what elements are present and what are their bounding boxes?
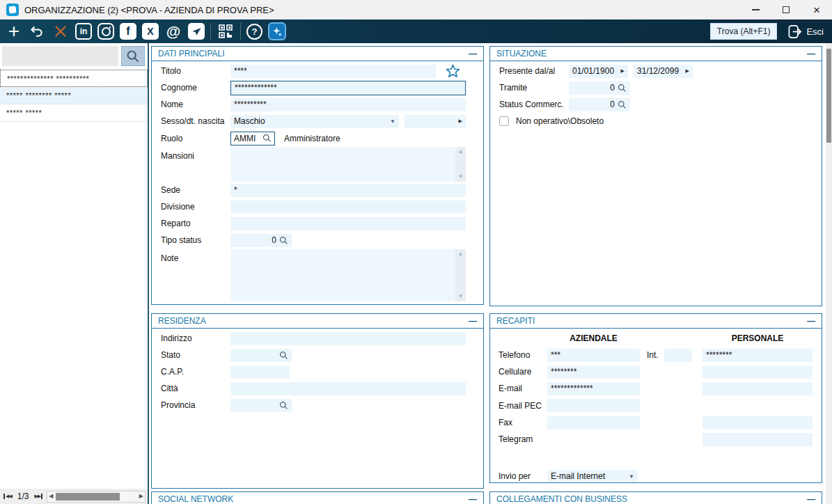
close-button[interactable]: × bbox=[801, 0, 832, 19]
stato-lookup-input[interactable] bbox=[230, 349, 292, 362]
x-social-icon[interactable]: X bbox=[142, 23, 159, 40]
record-list: ************** ********** ***** ********… bbox=[0, 70, 148, 122]
divisione-input[interactable] bbox=[230, 200, 466, 214]
lookup-search-icon[interactable] bbox=[279, 351, 288, 360]
main-vscrollbar[interactable] bbox=[826, 43, 832, 504]
sesso-dropdown[interactable]: Maschio ▼ bbox=[230, 115, 399, 128]
nome-input[interactable] bbox=[230, 98, 466, 111]
instagram-icon[interactable] bbox=[97, 23, 114, 40]
non-operativo-checkbox[interactable] bbox=[499, 116, 509, 126]
field-label: Fax bbox=[499, 418, 547, 427]
fax-personale-input[interactable] bbox=[703, 416, 813, 430]
collapse-panel-button[interactable]: — bbox=[807, 49, 815, 58]
tramite-lookup-input[interactable]: 0 bbox=[569, 81, 630, 95]
search-icon bbox=[126, 49, 140, 63]
telefono-personale-input[interactable] bbox=[703, 349, 813, 362]
presente-dal-date-input[interactable]: 01/01/1900 ▶ bbox=[569, 65, 628, 78]
panel-title: COLLEGAMENTI CON BUSINESS bbox=[496, 494, 627, 504]
note-textarea[interactable]: ▲ ▼ bbox=[230, 249, 466, 301]
textarea-scrollbar[interactable]: ▲ ▼ bbox=[455, 249, 466, 301]
collapse-panel-button[interactable]: — bbox=[469, 49, 477, 58]
collapse-panel-button[interactable]: — bbox=[807, 317, 815, 325]
collapse-panel-button[interactable]: — bbox=[807, 495, 815, 503]
scroll-up-icon[interactable]: ▲ bbox=[458, 149, 464, 155]
field-label: Presente dal/al bbox=[499, 66, 569, 76]
sidebar-search-input[interactable] bbox=[2, 46, 118, 66]
fax-aziendale-input[interactable] bbox=[547, 416, 640, 430]
field-label: Mansioni bbox=[161, 147, 230, 161]
undo-button[interactable] bbox=[28, 22, 46, 40]
citta-input[interactable] bbox=[230, 382, 466, 395]
cognome-input[interactable] bbox=[230, 81, 466, 95]
new-record-button[interactable]: + bbox=[6, 22, 22, 40]
trova-button[interactable]: Trova (Alt+F1) bbox=[710, 23, 778, 40]
list-item[interactable]: ************** ********** bbox=[0, 70, 148, 87]
lookup-search-icon[interactable] bbox=[618, 84, 627, 93]
undo-icon bbox=[29, 23, 45, 40]
textarea-scrollbar[interactable]: ▲ ▼ bbox=[455, 147, 466, 182]
lookup-search-icon[interactable] bbox=[262, 134, 272, 143]
provincia-lookup-input[interactable] bbox=[230, 399, 292, 412]
minimize-button[interactable] bbox=[740, 0, 771, 19]
date-picker-arrow-icon[interactable]: ▶ bbox=[459, 118, 462, 124]
last-page-button[interactable]: ▶▶ bbox=[33, 492, 44, 501]
ai-assistant-button[interactable] bbox=[268, 22, 286, 40]
email-pec-input[interactable] bbox=[547, 399, 640, 412]
esci-button[interactable]: Esci bbox=[787, 24, 824, 40]
scroll-down-icon[interactable]: ▼ bbox=[458, 294, 464, 299]
maximize-button[interactable] bbox=[771, 0, 801, 19]
qr-code-button[interactable] bbox=[217, 22, 235, 40]
field-label: Cellulare bbox=[499, 367, 547, 377]
list-item[interactable]: ***** ******** ***** bbox=[0, 87, 148, 104]
lookup-search-icon[interactable] bbox=[279, 401, 288, 410]
collapse-panel-button[interactable]: — bbox=[469, 495, 477, 503]
email-personale-input[interactable] bbox=[703, 382, 813, 395]
vscrollbar-thumb[interactable] bbox=[826, 49, 831, 143]
email-at-icon[interactable]: @ bbox=[164, 23, 182, 40]
lookup-search-icon[interactable] bbox=[279, 236, 288, 245]
email-aziendale-input[interactable] bbox=[547, 382, 640, 395]
status-commerc-lookup-input[interactable]: 0 bbox=[569, 98, 630, 111]
presente-al-date-input[interactable]: 31/12/2099 ▶ bbox=[634, 65, 693, 78]
qr-code-icon bbox=[217, 23, 234, 40]
scroll-down-icon[interactable]: ▼ bbox=[458, 174, 464, 180]
mansioni-textarea[interactable]: ▲ ▼ bbox=[230, 147, 466, 182]
invio-per-dropdown[interactable]: E-mail Internet ▼ bbox=[547, 470, 638, 483]
telegram-icon[interactable] bbox=[188, 23, 205, 40]
column-header-aziendale: AZIENDALE bbox=[547, 333, 640, 343]
reparto-input[interactable] bbox=[230, 217, 466, 230]
favorite-star-icon[interactable] bbox=[445, 63, 461, 79]
delete-x-icon bbox=[53, 24, 68, 39]
first-page-button[interactable]: ◀◀ bbox=[2, 492, 13, 501]
delete-button[interactable] bbox=[52, 22, 70, 40]
help-button[interactable]: ? bbox=[246, 24, 262, 40]
tipo-status-lookup-input[interactable]: 0 bbox=[230, 234, 292, 247]
main-toolbar: + in f X @ ? Trova (Alt+F1) Esci bbox=[0, 19, 832, 43]
facebook-icon[interactable]: f bbox=[120, 23, 136, 40]
telegram-personale-input[interactable] bbox=[703, 433, 813, 446]
telefono-interno-input[interactable] bbox=[664, 349, 692, 362]
indirizzo-input[interactable] bbox=[230, 332, 466, 345]
nascita-date-input[interactable]: ▶ bbox=[405, 115, 466, 128]
date-picker-arrow-icon[interactable]: ▶ bbox=[621, 68, 625, 74]
cellulare-personale-input[interactable] bbox=[703, 365, 813, 379]
linkedin-icon[interactable]: in bbox=[75, 23, 92, 40]
collapse-panel-button[interactable]: — bbox=[469, 317, 477, 325]
sede-input[interactable] bbox=[230, 184, 466, 197]
ruolo-lookup-input[interactable]: AMMI bbox=[230, 132, 275, 145]
field-label: Stato bbox=[161, 350, 230, 360]
scroll-right-button[interactable]: ▶ bbox=[139, 494, 143, 499]
scroll-up-icon[interactable]: ▲ bbox=[458, 251, 464, 257]
cellulare-aziendale-input[interactable] bbox=[547, 365, 640, 379]
sidebar-hscrollbar[interactable]: ◀ ▶ bbox=[47, 491, 146, 503]
lookup-search-icon[interactable] bbox=[618, 100, 627, 109]
sidebar-search-button[interactable] bbox=[121, 46, 145, 66]
cap-input[interactable] bbox=[230, 365, 290, 379]
titolo-input[interactable] bbox=[230, 65, 436, 78]
status-commerc-value: 0 bbox=[572, 100, 615, 109]
list-item[interactable]: ***** ***** bbox=[0, 104, 148, 122]
date-picker-arrow-icon[interactable]: ▶ bbox=[686, 68, 689, 74]
hscrollbar-thumb[interactable] bbox=[56, 493, 120, 501]
scroll-left-button[interactable]: ◀ bbox=[49, 494, 53, 499]
telefono-aziendale-input[interactable] bbox=[547, 349, 640, 362]
